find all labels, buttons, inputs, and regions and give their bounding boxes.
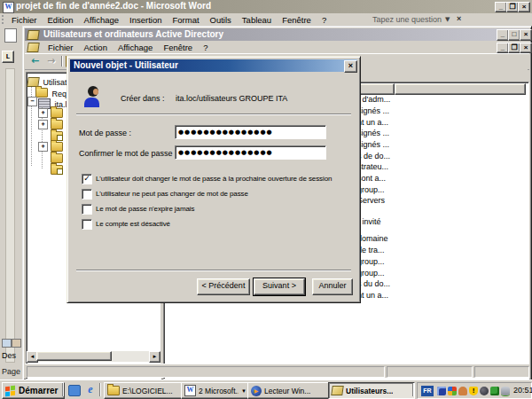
tab-selector[interactable]: L [2,51,14,63]
checkbox-must-change-password[interactable]: ✓ [82,174,92,184]
ad-close-button[interactable]: × [520,29,532,41]
list-row[interactable]: sont a... [357,174,386,184]
list-row[interactable]: r d'adm... [357,95,390,105]
ask-question-dropdown-icon[interactable]: ▼ [445,15,450,25]
task-button-explorer[interactable]: E:\LOGICIEL... [104,382,183,399]
media-player-icon: ▶ [251,386,262,396]
password-label: Mot de passe : [79,128,131,138]
dialog-titlebar[interactable]: Nouvel objet - Utilisateur × [70,59,357,72]
word-menu-help[interactable]: ? [317,14,332,26]
language-indicator[interactable]: FR [421,386,434,396]
tree-folder-1[interactable] [51,108,63,118]
checkbox-account-disabled-label[interactable]: Le compte est désactivé [96,220,170,229]
forward-icon[interactable]: → [47,55,55,67]
update-tray-icon[interactable] [501,387,510,395]
group-dropdown-icon[interactable]: ▼ [241,384,246,398]
word-menu-outils[interactable]: Outils [205,14,237,26]
task-button-word-group[interactable]: W 2 Microsoft... ▼ [181,382,250,399]
drawing-toolbar-label[interactable]: Des [2,350,16,361]
quicklaunch-show-desktop-icon[interactable] [68,385,81,396]
ad-menu-help[interactable]: ? [198,42,213,53]
tree-collapse-box[interactable]: − [27,97,37,106]
word-menu-fichier[interactable]: Fichier [6,14,43,26]
checkbox-password-never-expires-label[interactable]: Le mot de passe n'expire jamais [96,205,194,214]
column-header-2[interactable] [395,83,526,95]
task-button-media-player[interactable]: ▶ Lecteur Win... [247,382,331,399]
next-button[interactable]: Suivant > [254,278,305,295]
checkbox-cannot-change-password-label[interactable]: L'utilisateur ne peut pas changer de mot… [96,190,248,199]
ad-child-minimize-button[interactable]: _ [497,43,509,53]
ad-menu-fenetre[interactable]: Fenêtre [158,42,198,53]
checkbox-password-never-expires[interactable] [82,204,92,215]
word-minimize-button[interactable]: _ [495,2,507,12]
create-in-value: ita.loc/utilisateurs GROUPE ITA [176,93,287,104]
task-button-label: 2 Microsoft... [199,384,239,398]
word-menu-affichage[interactable]: Affichage [79,14,124,26]
clock[interactable]: 20:51 [513,383,532,398]
ad-menu-fichier[interactable]: Fichier [43,42,79,53]
word-menu-tableau[interactable]: Tableau [237,14,277,26]
confirm-password-input[interactable]: ●●●●●●●●●●●●●●● [175,145,326,160]
list-row[interactable]: Servers [357,196,385,206]
back-icon[interactable]: ← [31,55,39,67]
taskbar: Démarrer e E:\LOGICIEL... W 2 Microsoft.… [0,379,532,399]
list-row[interactable]: group... [357,185,385,195]
checkbox-account-disabled[interactable] [82,219,92,230]
new-document-icon[interactable] [4,28,17,43]
word-close-button[interactable]: × [518,2,530,12]
network-tray-icon[interactable] [437,387,446,395]
user-session-tray-icon[interactable] [458,387,467,395]
list-row[interactable]: domaine [357,234,388,244]
tree-ou-folder-2[interactable] [51,165,63,175]
tree-expand-box-1[interactable]: + [38,108,48,118]
ad-child-close-button[interactable]: × [520,43,532,53]
tree-hscrollbar[interactable]: ◄ ► [27,351,159,362]
cancel-button[interactable]: Annuler [312,278,353,295]
quicklaunch-ie-icon[interactable]: e [84,383,97,396]
start-button[interactable]: Démarrer [2,382,65,399]
ad-minimize-button[interactable]: _ [497,29,509,41]
word-restore-button[interactable]: ❐ [506,2,519,12]
word-menu-fenetre[interactable]: Fenêtre [277,14,317,26]
ad-system-menu-icon[interactable] [27,43,40,52]
scroll-thumb[interactable] [36,351,112,361]
list-row[interactable]: strateu... [357,162,388,172]
list-row[interactable]: group... [357,257,385,267]
word-menu-insertion[interactable]: Insertion [124,14,167,26]
word-document-close-icon[interactable]: × [457,13,461,25]
word-menu-format[interactable]: Format [167,14,204,26]
ad-maximize-button[interactable]: □ [508,29,520,41]
back-button[interactable]: < Précédent [197,278,250,295]
tree-expand-box-2[interactable]: + [38,120,48,129]
task-button-active-directory[interactable]: Utilisateurs... [328,382,415,399]
scroll-right-button[interactable]: ► [149,351,160,363]
ad-menu-affichage[interactable]: Affichage [113,42,158,53]
drawing-toolbar-icon[interactable] [2,339,12,348]
checkbox-cannot-change-password[interactable] [82,189,92,200]
dialog-close-button[interactable]: × [344,60,357,73]
ad-menu-action[interactable]: Action [79,42,113,53]
tree-folder-4[interactable] [51,153,63,163]
drawing-toolbar-icon2[interactable] [12,339,21,348]
tree-folder-3[interactable] [51,142,63,152]
list-row[interactable]: nt un a... [357,291,388,301]
list-row[interactable]: signés ... [357,106,389,116]
volume-tray-icon[interactable] [480,387,489,395]
windows-tray-icon[interactable] [448,387,457,395]
checkbox-must-change-password-label[interactable]: L'utilisateur doit changer le mot de pas… [96,175,332,184]
antivirus-tray-icon[interactable] [490,387,499,395]
tree-expand-box-3[interactable]: + [38,142,48,152]
ad-child-restore-button[interactable]: ❐ [508,43,520,53]
password-input[interactable]: ●●●●●●●●●●●●●●● [175,125,326,139]
ask-question-box[interactable]: Tapez une question [372,14,442,26]
tree-folder-2[interactable] [51,120,63,129]
list-row[interactable]: signés ... [357,129,389,138]
security-shield-tray-icon[interactable]: ! [469,387,478,395]
list-row[interactable]: s du do... [357,279,390,289]
list-row[interactable]: nt un a... [357,118,388,128]
word-menu-edition[interactable]: Edition [43,14,79,26]
list-row[interactable]: signés ... [357,140,389,150]
list-row[interactable]: de tra... [357,246,385,255]
list-row[interactable]: s de do... [357,152,390,161]
list-row[interactable]: group... [357,269,385,278]
